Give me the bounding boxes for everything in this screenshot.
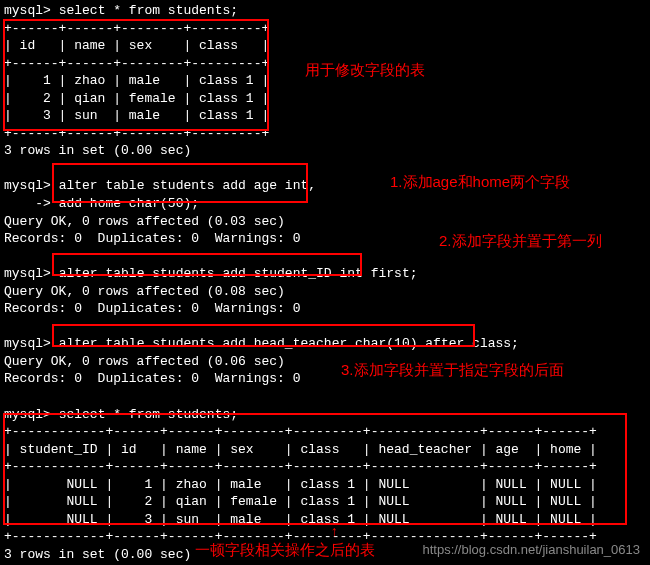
prompt: mysql> — [4, 3, 51, 18]
table1-border-top: +------+------+--------+---------+ — [4, 21, 269, 36]
table2-border-top: +------------+------+------+--------+---… — [4, 424, 597, 439]
table2-row2: | NULL | 2 | qian | female | class 1 | N… — [4, 494, 597, 509]
annotation-3: 3.添加字段并置于指定字段的后面 — [341, 360, 564, 380]
rows-count1: 3 rows in set (0.00 sec) — [4, 143, 191, 158]
prompt: mysql> — [4, 178, 51, 193]
arrow-icon: ↑ — [330, 523, 338, 542]
prompt: mysql> — [4, 336, 51, 351]
prompt: mysql> — [4, 407, 51, 422]
q2-records: Records: 0 Duplicates: 0 Warnings: 0 — [4, 301, 300, 316]
table2-row1: | NULL | 1 | zhao | male | class 1 | NUL… — [4, 477, 597, 492]
table1-row2: | 2 | qian | female | class 1 | — [4, 91, 269, 106]
table1-border-mid: +------+------+--------+---------+ — [4, 56, 269, 71]
annotation-2: 2.添加字段并置于第一列 — [439, 232, 602, 250]
table1-header: | id | name | sex | class | — [4, 38, 269, 53]
q2-ok: Query OK, 0 rows affected (0.08 sec) — [4, 284, 285, 299]
sql-select1: select * from students; — [59, 3, 238, 18]
sql-alter1b: add home char(50); — [59, 196, 199, 211]
annotation-4: 一顿字段相关操作之后的表 — [195, 540, 375, 560]
table2-row3: | NULL | 3 | sun | male | class 1 | NULL… — [4, 512, 597, 527]
annotation-1: 1.添加age和home两个字段 — [390, 172, 570, 192]
table2-header: | student_ID | id | name | sex | class |… — [4, 442, 597, 457]
q1-ok: Query OK, 0 rows affected (0.03 sec) — [4, 214, 285, 229]
q3-ok: Query OK, 0 rows affected (0.06 sec) — [4, 354, 285, 369]
q1-records: Records: 0 Duplicates: 0 Warnings: 0 — [4, 231, 300, 246]
sql-alter1a: alter table students add age int, — [59, 178, 316, 193]
sql-alter3: alter table students add head_teacher ch… — [59, 336, 519, 351]
sql-select2: select * from students; — [59, 407, 238, 422]
q3-records: Records: 0 Duplicates: 0 Warnings: 0 — [4, 371, 300, 386]
terminal-output: mysql> select * from students; +------+-… — [0, 0, 650, 565]
table1-row3: | 3 | sun | male | class 1 | — [4, 108, 269, 123]
annotation-table1: 用于修改字段的表 — [305, 60, 425, 80]
watermark: https://blog.csdn.net/jianshuilan_0613 — [422, 541, 640, 559]
cont-prompt: -> — [4, 196, 51, 211]
rows-count2: 3 rows in set (0.00 sec) — [4, 547, 191, 562]
sql-alter2: alter table students add student_ID int … — [59, 266, 418, 281]
prompt: mysql> — [4, 266, 51, 281]
table1-row1: | 1 | zhao | male | class 1 | — [4, 73, 269, 88]
table1-border-bot: +------+------+--------+---------+ — [4, 126, 269, 141]
table2-border-mid: +------------+------+------+--------+---… — [4, 459, 597, 474]
